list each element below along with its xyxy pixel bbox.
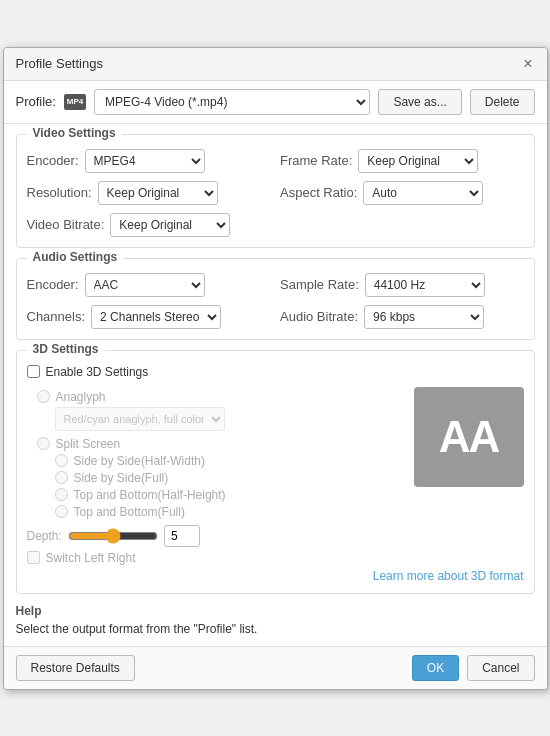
video-settings-content: Encoder: MPEG4 Resolution: Keep Original bbox=[17, 135, 534, 247]
channels-label: Channels: bbox=[27, 309, 86, 324]
anaglyph-select[interactable]: Red/cyan anaglyph, full color bbox=[55, 407, 225, 431]
video-bitrate-label: Video Bitrate: bbox=[27, 217, 105, 232]
side-by-side-full-row: Side by Side(Full) bbox=[55, 471, 404, 485]
anaglyph-row: Anaglyph bbox=[37, 390, 404, 404]
enable-3d-label[interactable]: Enable 3D Settings bbox=[46, 365, 149, 379]
audio-settings-content: Encoder: AAC Channels: 2 Channels Stereo bbox=[17, 259, 534, 339]
side-by-side-full-label: Side by Side(Full) bbox=[74, 471, 169, 485]
video-settings-cols: Encoder: MPEG4 Resolution: Keep Original bbox=[27, 149, 524, 237]
anaglyph-radio[interactable] bbox=[37, 390, 50, 403]
ok-button[interactable]: OK bbox=[412, 655, 459, 681]
close-button[interactable]: × bbox=[521, 56, 534, 72]
video-right-col: Frame Rate: Keep Original Aspect Ratio: … bbox=[280, 149, 524, 237]
cancel-button[interactable]: Cancel bbox=[467, 655, 534, 681]
audio-bitrate-row: Audio Bitrate: 96 kbps bbox=[280, 305, 524, 329]
learn-more-link[interactable]: Learn more about 3D format bbox=[27, 569, 524, 583]
split-screen-label[interactable]: Split Screen bbox=[56, 437, 121, 451]
profile-select[interactable]: MPEG-4 Video (*.mp4) bbox=[94, 89, 370, 115]
frame-rate-row: Frame Rate: Keep Original bbox=[280, 149, 524, 173]
side-by-side-half-label: Side by Side(Half-Width) bbox=[74, 454, 205, 468]
video-left-col: Encoder: MPEG4 Resolution: Keep Original bbox=[27, 149, 271, 237]
footer-right-buttons: OK Cancel bbox=[412, 655, 535, 681]
top-bottom-half-radio[interactable] bbox=[55, 488, 68, 501]
side-by-side-half-radio[interactable] bbox=[55, 454, 68, 467]
depth-input[interactable] bbox=[164, 525, 200, 547]
enable-3d-checkbox[interactable] bbox=[27, 365, 40, 378]
enable-3d-row: Enable 3D Settings bbox=[27, 365, 524, 379]
depth-row: Depth: bbox=[27, 525, 404, 547]
audio-settings-title: Audio Settings bbox=[27, 250, 124, 264]
depth-slider[interactable] bbox=[68, 528, 158, 544]
top-bottom-half-row: Top and Bottom(Half-Height) bbox=[55, 488, 404, 502]
top-bottom-half-label: Top and Bottom(Half-Height) bbox=[74, 488, 226, 502]
resolution-select[interactable]: Keep Original bbox=[98, 181, 218, 205]
aa-preview: AA bbox=[414, 387, 524, 487]
d3-left-panel: Anaglyph Red/cyan anaglyph, full color S… bbox=[27, 387, 404, 565]
encoder-row: Encoder: MPEG4 bbox=[27, 149, 271, 173]
audio-encoder-label: Encoder: bbox=[27, 277, 79, 292]
aspect-ratio-row: Aspect Ratio: Auto bbox=[280, 181, 524, 205]
top-bottom-full-radio[interactable] bbox=[55, 505, 68, 518]
d3-layout: Anaglyph Red/cyan anaglyph, full color S… bbox=[27, 387, 524, 565]
video-settings-title: Video Settings bbox=[27, 126, 122, 140]
side-by-side-half-row: Side by Side(Half-Width) bbox=[55, 454, 404, 468]
video-bitrate-row: Video Bitrate: Keep Original bbox=[27, 213, 271, 237]
frame-rate-select[interactable]: Keep Original bbox=[358, 149, 478, 173]
audio-encoder-row: Encoder: AAC bbox=[27, 273, 271, 297]
channels-row: Channels: 2 Channels Stereo bbox=[27, 305, 271, 329]
aa-preview-text: AA bbox=[439, 412, 499, 462]
split-screen-row: Split Screen bbox=[37, 437, 404, 451]
resolution-row: Resolution: Keep Original bbox=[27, 181, 271, 205]
content-area: Video Settings Encoder: MPEG4 Resolution… bbox=[4, 124, 547, 646]
top-bottom-full-label: Top and Bottom(Full) bbox=[74, 505, 185, 519]
depth-label: Depth: bbox=[27, 529, 62, 543]
split-screen-radio[interactable] bbox=[37, 437, 50, 450]
profile-row: Profile: MP4 MPEG-4 Video (*.mp4) Save a… bbox=[4, 81, 547, 124]
save-as-button[interactable]: Save as... bbox=[378, 89, 461, 115]
video-bitrate-select[interactable]: Keep Original bbox=[110, 213, 230, 237]
switch-left-right-label[interactable]: Switch Left Right bbox=[46, 551, 136, 565]
audio-settings-section: Audio Settings Encoder: AAC Channels: bbox=[16, 258, 535, 340]
audio-encoder-select[interactable]: AAC bbox=[85, 273, 205, 297]
audio-right-col: Sample Rate: 44100 Hz Audio Bitrate: 96 … bbox=[280, 273, 524, 329]
d3-settings-title: 3D Settings bbox=[27, 342, 105, 356]
d3-settings-content: Enable 3D Settings Anaglyph Red/cyan ana… bbox=[17, 351, 534, 593]
sample-rate-row: Sample Rate: 44100 Hz bbox=[280, 273, 524, 297]
help-title: Help bbox=[16, 604, 535, 618]
sample-rate-select[interactable]: 44100 Hz bbox=[365, 273, 485, 297]
d3-settings-section: 3D Settings Enable 3D Settings Anaglyph bbox=[16, 350, 535, 594]
aspect-ratio-label: Aspect Ratio: bbox=[280, 185, 357, 200]
profile-format-icon: MP4 bbox=[64, 94, 86, 110]
side-by-side-full-radio[interactable] bbox=[55, 471, 68, 484]
sample-rate-label: Sample Rate: bbox=[280, 277, 359, 292]
aspect-ratio-select[interactable]: Auto bbox=[363, 181, 483, 205]
dialog-window: Profile Settings × Profile: MP4 MPEG-4 V… bbox=[3, 47, 548, 690]
audio-left-col: Encoder: AAC Channels: 2 Channels Stereo bbox=[27, 273, 271, 329]
video-settings-section: Video Settings Encoder: MPEG4 Resolution… bbox=[16, 134, 535, 248]
frame-rate-label: Frame Rate: bbox=[280, 153, 352, 168]
delete-button[interactable]: Delete bbox=[470, 89, 535, 115]
dialog-title: Profile Settings bbox=[16, 56, 103, 71]
title-bar: Profile Settings × bbox=[4, 48, 547, 81]
audio-bitrate-select[interactable]: 96 kbps bbox=[364, 305, 484, 329]
help-text: Select the output format from the "Profi… bbox=[16, 622, 535, 636]
audio-settings-cols: Encoder: AAC Channels: 2 Channels Stereo bbox=[27, 273, 524, 329]
anaglyph-label[interactable]: Anaglyph bbox=[56, 390, 106, 404]
help-section: Help Select the output format from the "… bbox=[16, 604, 535, 636]
switch-left-right-checkbox[interactable] bbox=[27, 551, 40, 564]
switch-left-right-row: Switch Left Right bbox=[27, 551, 404, 565]
profile-label: Profile: bbox=[16, 94, 56, 109]
encoder-select[interactable]: MPEG4 bbox=[85, 149, 205, 173]
channels-select[interactable]: 2 Channels Stereo bbox=[91, 305, 221, 329]
audio-bitrate-label: Audio Bitrate: bbox=[280, 309, 358, 324]
encoder-label: Encoder: bbox=[27, 153, 79, 168]
top-bottom-full-row: Top and Bottom(Full) bbox=[55, 505, 404, 519]
resolution-label: Resolution: bbox=[27, 185, 92, 200]
dialog-footer: Restore Defaults OK Cancel bbox=[4, 646, 547, 689]
restore-defaults-button[interactable]: Restore Defaults bbox=[16, 655, 135, 681]
